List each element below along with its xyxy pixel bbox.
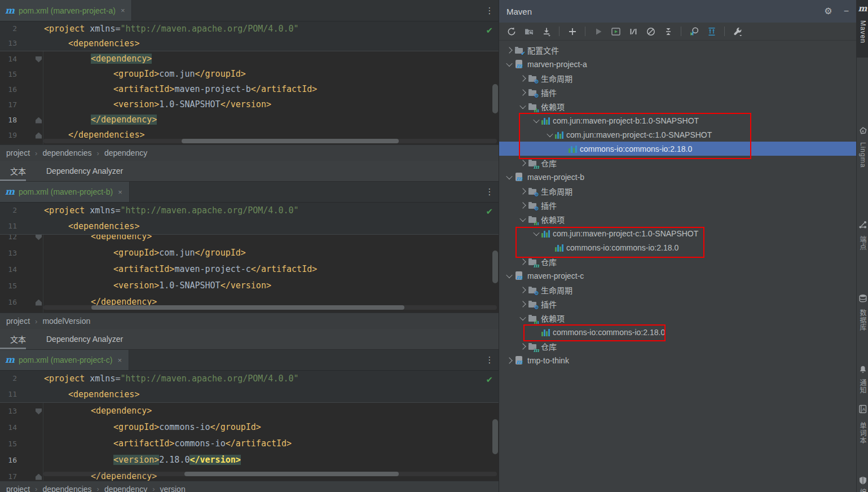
horizontal-scrollbar[interactable] xyxy=(43,305,497,310)
code-line[interactable]: 18</dependency> xyxy=(0,112,499,128)
code-line[interactable]: 16<version>2.18.0</version> xyxy=(0,452,499,468)
chevron-right-icon[interactable] xyxy=(517,302,528,306)
fold-marker-icon[interactable] xyxy=(36,133,42,139)
code-line[interactable]: 14<artifactId>maven-project-c</artifactI… xyxy=(0,261,499,278)
chevron-down-icon[interactable] xyxy=(517,316,528,320)
stripe-label-notifications[interactable]: 通知 xyxy=(857,379,868,394)
stripe-button-code-guard[interactable] xyxy=(857,476,868,486)
fold-marker-icon[interactable] xyxy=(36,474,42,480)
code-line[interactable]: 11<dependencies> xyxy=(0,386,499,402)
close-icon[interactable]: × xyxy=(118,188,122,196)
code-line[interactable]: 2<project xmlns="http://maven.apache.org… xyxy=(0,21,499,36)
fold-marker-icon[interactable] xyxy=(36,235,42,240)
chevron-right-icon[interactable] xyxy=(517,161,528,165)
stripe-button-notifications[interactable] xyxy=(857,364,868,375)
maven-tree-item[interactable]: ⚙插件 xyxy=(499,297,857,311)
code-line[interactable]: 13<dependency> xyxy=(0,403,499,419)
code-line[interactable]: 2<project xmlns="http://maven.apache.org… xyxy=(0,371,499,386)
more-menu-icon[interactable]: ⋮ xyxy=(485,355,494,365)
maven-tree-item[interactable]: mmarven-project-a xyxy=(499,57,857,71)
maven-tree-item[interactable]: ⚙生命周期 xyxy=(499,283,857,297)
close-icon[interactable]: × xyxy=(121,6,125,15)
chevron-right-icon[interactable] xyxy=(517,260,528,264)
inspections-ok-icon[interactable]: ✔ xyxy=(486,25,493,36)
download-sources-button[interactable] xyxy=(539,25,554,38)
code-line[interactable]: 11<dependencies> xyxy=(0,218,499,234)
scrollbar-thumb[interactable] xyxy=(182,139,399,143)
editor-tab[interactable]: mpom.xml (marven-project-a)× xyxy=(0,0,132,21)
code-line[interactable]: 14<groupId>commons-io</groupId> xyxy=(0,419,499,436)
add-maven-project-button[interactable] xyxy=(565,25,580,38)
stripe-button-wordbook[interactable]: A xyxy=(857,404,868,414)
stripe-button-maven[interactable]: m xyxy=(857,5,868,13)
editor-tab[interactable]: mpom.xml (maven-project-b)× xyxy=(0,182,130,202)
maven-tree-item[interactable]: 依赖项 xyxy=(499,212,857,226)
chevron-right-icon[interactable] xyxy=(504,358,514,363)
chevron-right-icon[interactable] xyxy=(517,189,528,194)
scrollbar-thumb[interactable] xyxy=(184,472,399,476)
stripe-label-database[interactable]: 数据库 xyxy=(857,309,868,331)
chevron-down-icon[interactable] xyxy=(504,175,514,179)
chevron-down-icon[interactable] xyxy=(504,274,514,278)
breadcrumb-item[interactable]: project xyxy=(6,148,30,157)
maven-tree-item[interactable]: 依赖项 xyxy=(499,311,857,325)
code-line[interactable]: 15<artifactId>commons-io</artifactId> xyxy=(0,436,499,452)
execute-maven-goal-button[interactable] xyxy=(608,25,623,38)
breadcrumb-item[interactable]: dependency xyxy=(104,485,147,492)
dependency-analyzer-button[interactable] xyxy=(686,25,702,38)
maven-tree-item[interactable]: ⚙生命周期 xyxy=(499,71,857,85)
close-icon[interactable]: × xyxy=(117,356,122,364)
editor-pane[interactable]: 2<project xmlns="http://maven.apache.org… xyxy=(0,371,499,481)
chevron-right-icon[interactable] xyxy=(517,344,528,349)
minimize-icon[interactable]: − xyxy=(844,7,849,16)
breadcrumb-item[interactable]: modelVersion xyxy=(42,317,90,326)
stripe-button-endpoints[interactable] xyxy=(857,220,868,230)
maven-tree-item[interactable]: ✔配置文件 xyxy=(499,43,857,57)
collapse-all-button[interactable] xyxy=(660,25,676,38)
fold-marker-icon[interactable] xyxy=(36,300,42,306)
tab-text[interactable]: 文本 xyxy=(0,329,36,349)
stripe-button-lingma[interactable] xyxy=(857,126,868,137)
horizontal-scrollbar[interactable] xyxy=(43,139,497,143)
code-line[interactable]: 15<version>1.0-SNAPSHOT</version> xyxy=(0,278,499,294)
chevron-right-icon[interactable] xyxy=(517,288,528,292)
chevron-right-icon[interactable] xyxy=(517,90,528,95)
code-line[interactable]: 2<project xmlns="http://maven.apache.org… xyxy=(0,203,499,218)
breadcrumb-item[interactable]: version xyxy=(160,485,186,492)
chevron-down-icon[interactable] xyxy=(517,104,528,109)
breadcrumb-item[interactable]: dependencies xyxy=(42,148,91,157)
chevron-right-icon[interactable] xyxy=(517,76,528,81)
maven-tree-item[interactable]: 依赖项 xyxy=(499,99,857,113)
horizontal-scrollbar[interactable] xyxy=(43,472,497,476)
code-line[interactable]: 16<artifactId>maven-project-b</artifactI… xyxy=(0,82,499,97)
reload-maven-projects-button[interactable] xyxy=(504,25,519,38)
stripe-label-wordbook[interactable]: 单词本 xyxy=(857,422,868,444)
fold-marker-icon[interactable] xyxy=(36,56,42,63)
tab-dependency-analyzer[interactable]: Dependency Analyzer xyxy=(36,329,133,349)
chevron-right-icon[interactable] xyxy=(517,203,528,208)
toggle-offline-mode-button[interactable] xyxy=(643,25,658,38)
tab-dependency-analyzer[interactable]: Dependency Analyzer xyxy=(36,161,133,181)
stripe-label-endpoints[interactable]: 端点 xyxy=(857,236,868,251)
maven-tree-item[interactable]: ⚙插件 xyxy=(499,198,857,212)
chevron-down-icon[interactable] xyxy=(504,62,514,67)
run-build-button[interactable] xyxy=(591,25,606,38)
gear-icon[interactable]: ⚙ xyxy=(824,7,832,16)
inspections-ok-icon[interactable]: ✔ xyxy=(486,375,493,385)
toggle-skip-tests-button[interactable] xyxy=(625,25,641,38)
code-line[interactable]: 12<dependency> xyxy=(0,235,499,245)
maven-tree-item[interactable]: mtmp-to-think xyxy=(499,353,857,367)
maven-tree-item[interactable]: mmaven-project-b xyxy=(499,170,857,184)
expand-all-button[interactable] xyxy=(704,25,719,38)
tab-text[interactable]: 文本 xyxy=(0,161,36,181)
editor-pane[interactable]: 2<project xmlns="http://maven.apache.org… xyxy=(0,21,499,144)
maven-tree-item[interactable]: ⚙插件 xyxy=(499,85,857,99)
maven-settings-button[interactable] xyxy=(730,25,745,38)
editor-pane[interactable]: 2<project xmlns="http://maven.apache.org… xyxy=(0,203,499,313)
code-line[interactable]: 17<version>1.0-SNAPSHOT</version> xyxy=(0,97,499,112)
stripe-label-lingma[interactable]: Lingma xyxy=(857,142,868,168)
editor-tab[interactable]: mpom.xml (maven-project-c)× xyxy=(0,350,129,370)
fold-marker-icon[interactable] xyxy=(36,408,42,415)
vertical-scrollbar-thumb[interactable] xyxy=(492,84,498,113)
fold-marker-icon[interactable] xyxy=(36,117,42,124)
